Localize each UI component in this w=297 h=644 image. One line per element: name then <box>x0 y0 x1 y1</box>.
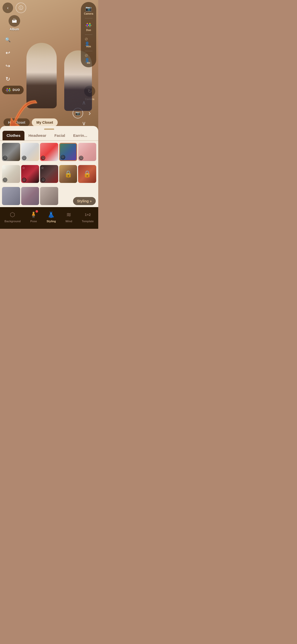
tab-headwear[interactable]: Headwear <box>24 131 50 141</box>
info-icon-1[interactable]: ⓘ <box>3 156 7 160</box>
tab-clothes[interactable]: Clothes <box>3 131 24 141</box>
duo-label: Duo <box>86 29 91 31</box>
info-icon-3[interactable]: ⓘ <box>41 156 45 160</box>
styling-nav-icon: 👗 <box>47 211 55 219</box>
nav-background[interactable]: ⬡ Background <box>2 210 23 224</box>
nav-styling[interactable]: 👗 Styling <box>44 210 58 224</box>
wind-icon: ≋ <box>65 211 73 219</box>
me-icon: ⊘👤 <box>85 54 93 61</box>
styling-button[interactable]: Styling » <box>73 197 96 205</box>
grid-item-11[interactable] <box>2 187 20 205</box>
grid-item-8[interactable]: ☆ ⓘ <box>40 165 58 183</box>
clothes-grid-row1: ⓘ ⓘ ⓘ ⓘ ⓘ <box>0 141 98 163</box>
grid-item-6[interactable]: ☆ ⓘ <box>2 165 20 183</box>
clothes-grid-row3: Styling » <box>0 185 98 207</box>
nav-wind[interactable]: ≋ Wind <box>62 210 75 224</box>
right-pill: 📷 Camera 👫 Duo ⊘👤 Him ⊘👤 Me <box>81 2 96 67</box>
back-button[interactable]: ‹ <box>3 3 13 13</box>
right-toolbar: 📷 Camera 👫 Duo ⊘👤 Him ⊘👤 Me <box>81 2 96 67</box>
styling-nav-label: Styling <box>47 220 56 223</box>
lock-icon-9: 🔒 <box>64 170 72 178</box>
lock-icon-10: 🔒 <box>83 170 91 178</box>
panel-handle-bar <box>44 128 54 130</box>
panel-handle[interactable] <box>0 126 98 131</box>
star-icon-6: ☆ <box>3 166 6 170</box>
arrow-indicator <box>8 96 43 131</box>
search-button[interactable]: 🔍 <box>3 35 13 45</box>
album-button[interactable]: 🏔 Album <box>3 15 26 31</box>
grid-item-13[interactable] <box>40 187 58 205</box>
right-item-me[interactable]: ⊘👤 Me <box>83 53 95 66</box>
pose-notification-dot <box>36 210 38 213</box>
camera-label: Camera <box>84 12 93 15</box>
undo-button[interactable]: ↩ <box>3 48 13 58</box>
grid-item-12[interactable] <box>21 187 39 205</box>
clothes-grid-row2: ☆ ⓘ ☆ ⓘ ☆ ⓘ 🔒 🔒 <box>0 163 98 185</box>
background-label: Background <box>5 220 21 223</box>
template-icon: 1+2 <box>84 211 92 219</box>
styling-label: Styling » <box>77 199 92 203</box>
wind-label: Wind <box>65 220 72 223</box>
nav-template[interactable]: 1+2 Template <box>79 210 96 224</box>
duo-button-icon: 👫 <box>6 87 11 93</box>
right-item-camera[interactable]: 📷 Camera <box>82 4 95 17</box>
grid-item-4[interactable]: ⓘ <box>59 143 77 161</box>
info-icon-5[interactable]: ⓘ <box>79 156 83 160</box>
grid-item-9-locked[interactable]: 🔒 <box>59 165 77 183</box>
left-toolbar: ‹ ⓘ 🏔 Album 🔍 ↩ ↪ ↻ <box>3 3 26 84</box>
template-label: Template <box>82 220 94 223</box>
pose-label: Pose <box>30 220 37 223</box>
duo-icon: 👫 <box>85 21 93 28</box>
right-item-him[interactable]: ⊘👤 Him <box>83 36 95 49</box>
camera-icon: 📷 <box>85 5 93 12</box>
grid-item-10-locked[interactable]: 🔒 <box>78 165 96 183</box>
info-button[interactable]: ⓘ <box>16 3 26 13</box>
refresh-button[interactable]: ↻ <box>3 74 13 84</box>
right-item-duo[interactable]: 👫 Duo <box>83 20 95 33</box>
star-icon-7: ☆ <box>22 166 25 170</box>
him-icon: ⊘👤 <box>85 38 93 45</box>
pose-icon: 🧍 <box>29 211 38 219</box>
grid-item-7[interactable]: ☆ ⓘ <box>21 165 39 183</box>
category-tabs: Clothes Headwear Facial Earrin... <box>0 131 98 141</box>
info-icon-6[interactable]: ⓘ <box>3 178 7 182</box>
scene: ‹ ⓘ 🏔 Album 🔍 ↩ ↪ ↻ 📷 Camera 👫 Duo <box>0 0 98 131</box>
tab-earrings[interactable]: Earrin... <box>69 131 91 141</box>
album-label: Album <box>10 27 19 31</box>
info-icon-8[interactable]: ⓘ <box>41 178 45 182</box>
tab-facial[interactable]: Facial <box>50 131 69 141</box>
info-icon-2[interactable]: ⓘ <box>22 156 26 160</box>
bottom-nav: ⬡ Background 🧍 Pose 👗 Styling ≋ Wind 1+2… <box>0 207 98 229</box>
info-icon-7[interactable]: ⓘ <box>22 178 26 182</box>
star-icon-8: ☆ <box>41 166 44 170</box>
redo-button[interactable]: ↪ <box>3 61 13 71</box>
nav-pose[interactable]: 🧍 Pose <box>27 210 40 224</box>
bottom-panel: Clothes Headwear Facial Earrin... ⓘ ⓘ ⓘ … <box>0 126 98 207</box>
grid-item-5[interactable]: ⓘ <box>78 143 96 161</box>
grid-item-1[interactable]: ⓘ <box>2 143 20 161</box>
grid-item-2[interactable]: ⓘ <box>21 143 39 161</box>
info-icon-4[interactable]: ⓘ <box>61 155 65 159</box>
down-left-arrow-icon <box>8 96 43 131</box>
background-icon: ⬡ <box>9 211 17 219</box>
grid-item-3[interactable]: ⓘ <box>40 143 58 161</box>
